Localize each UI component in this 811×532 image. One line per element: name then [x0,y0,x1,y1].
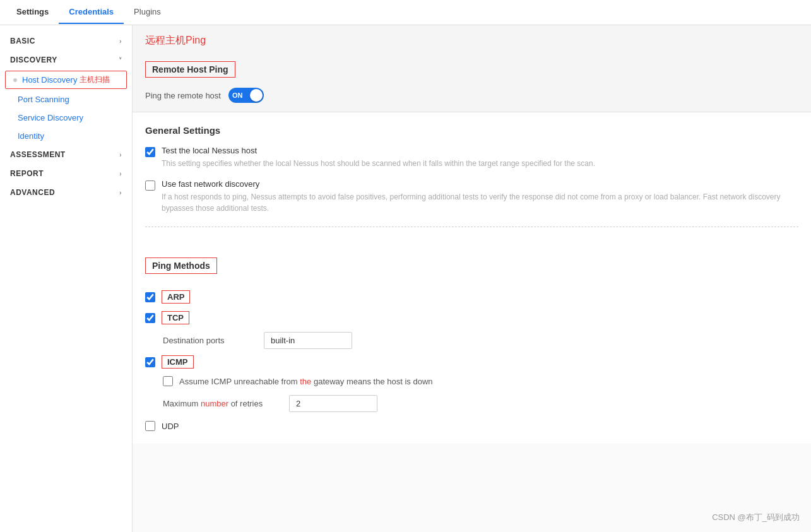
watermark: CSDN @布丁_码到成功 [712,512,800,523]
sidebar-basic-arrow: › [119,38,122,45]
service-discovery-label: Service Discovery [18,113,83,122]
icmp-sub-options: Assume ICMP unreachable from the gateway… [163,376,798,386]
sidebar-report-arrow: › [119,170,122,177]
header-area: Remote Host Ping Ping the remote host ON [133,51,811,112]
nav-credentials[interactable]: Credentials [59,1,124,24]
test-local-nessus-text: Test the local Nessus host This setting … [162,146,595,169]
assume-icmp-label: Assume ICMP unreachable from the gateway… [179,377,433,386]
max-retries-input[interactable] [289,395,377,412]
use-fast-discovery-row: Use fast network discovery If a host res… [145,179,798,214]
sidebar-item-host-discovery[interactable]: Host Discovery 主机扫描 [5,71,127,89]
max-retries-row: Maximum number of retries [163,395,798,412]
icmp-label-box: ICMP [162,355,194,369]
icmp-label: ICMP [167,357,188,367]
assume-icmp-row: Assume ICMP unreachable from the gateway… [163,376,798,386]
icmp-row: ICMP [145,355,798,369]
general-settings-area: General Settings Test the local Nessus h… [133,112,811,252]
udp-label: UDP [162,422,179,431]
host-discovery-label: Host Discovery [22,75,77,85]
use-fast-discovery-text: Use fast network discovery If a host res… [162,179,798,214]
destination-ports-label: Destination ports [163,336,251,345]
port-scanning-label: Port Scanning [18,95,69,104]
ping-methods-area: Ping Methods ARP TCP Destination ports [133,252,811,444]
nav-plugins[interactable]: Plugins [124,1,171,24]
nav-settings[interactable]: Settings [6,1,59,24]
sidebar-section-advanced[interactable]: ADVANCED › [0,183,132,202]
test-local-nessus-label: Test the local Nessus host [162,146,595,155]
use-fast-discovery-desc: If a host responds to ping, Nessus attem… [162,191,798,214]
remote-host-ping-header: Remote Host Ping [145,61,235,78]
general-settings-title: General Settings [145,125,798,136]
sidebar-item-port-scanning[interactable]: Port Scanning [0,90,132,109]
test-local-nessus-desc: This setting specifies whether the local… [162,158,595,169]
sidebar-section-basic[interactable]: BASIC › [0,32,132,50]
sidebar-report-label: REPORT [10,169,44,178]
identity-label: Identity [18,131,44,141]
chinese-title-bar: 远程主机Ping [133,25,811,51]
test-local-nessus-row: Test the local Nessus host This setting … [145,146,798,169]
udp-checkbox[interactable] [145,421,155,431]
ping-methods-header: Ping Methods [145,257,217,274]
sidebar-advanced-label: ADVANCED [10,188,55,197]
sidebar: BASIC › DISCOVERY ˅ Host Discovery 主机扫描 … [0,25,133,532]
sidebar-item-service-discovery[interactable]: Service Discovery [0,109,132,127]
sidebar-section-assessment[interactable]: ASSESSMENT › [0,145,132,164]
icmp-checkbox[interactable] [145,357,155,367]
tcp-label: TCP [167,313,184,322]
tcp-row: TCP [145,311,798,324]
assume-icmp-checkbox[interactable] [163,376,173,386]
sidebar-assessment-arrow: › [119,151,122,158]
max-retries-label: Maximum number of retries [163,399,276,408]
sidebar-section-report[interactable]: REPORT › [0,164,132,183]
use-fast-discovery-label: Use fast network discovery [162,179,798,189]
arp-label: ARP [167,292,184,302]
top-navigation: Settings Credentials Plugins [0,0,811,25]
udp-row: UDP [145,421,798,431]
arp-label-box: ARP [162,290,190,304]
sidebar-advanced-arrow: › [119,189,122,196]
main-content-area: 远程主机Ping Remote Host Ping Ping the remot… [133,25,811,532]
assume-icmp-highlight: the [300,377,311,386]
sidebar-section-discovery[interactable]: DISCOVERY ˅ [0,50,132,69]
sidebar-assessment-label: ASSESSMENT [10,150,66,159]
sidebar-discovery-label: DISCOVERY [10,56,57,64]
chinese-title: 远程主机Ping [145,35,206,45]
toggle-on-text: ON [232,92,243,99]
ping-toggle-row: Ping the remote host ON [145,88,798,103]
sidebar-discovery-arrow: ˅ [119,57,122,64]
ping-toggle-switch[interactable]: ON [228,88,264,103]
arp-checkbox[interactable] [145,292,155,302]
sidebar-item-identity[interactable]: Identity [0,127,132,145]
section-divider [145,227,798,227]
tcp-label-box: TCP [162,311,189,324]
destination-ports-input[interactable] [264,332,352,349]
use-fast-discovery-checkbox[interactable] [145,180,155,191]
tcp-checkbox[interactable] [145,313,155,323]
toggle-knob [250,89,263,102]
arp-row: ARP [145,290,798,304]
sidebar-basic-label: BASIC [10,37,35,45]
host-discovery-annotation: 主机扫描 [80,74,110,85]
destination-ports-row: Destination ports [163,332,798,349]
host-discovery-dot [13,78,17,82]
main-layout: BASIC › DISCOVERY ˅ Host Discovery 主机扫描 … [0,25,811,532]
test-local-nessus-checkbox[interactable] [145,147,155,157]
ping-toggle-label: Ping the remote host [145,91,221,100]
